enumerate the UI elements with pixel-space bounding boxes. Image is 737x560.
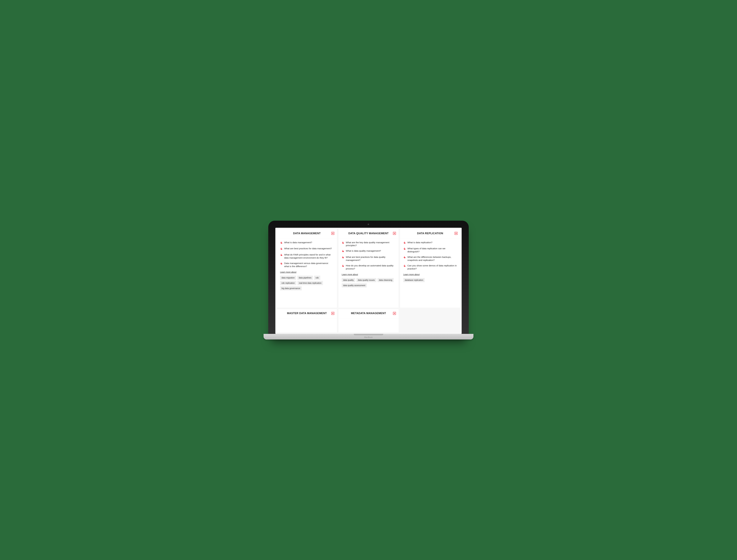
question-text: What types of data replication can we di… (407, 247, 457, 253)
question-link[interactable]: Data management versus data governance: … (280, 262, 334, 268)
screen: DATA MANAGEMENT What is data management?… (275, 228, 462, 334)
question-link[interactable]: How do you develop an automated data qua… (342, 264, 395, 270)
question-link[interactable]: What are best practices for data quality… (342, 256, 395, 262)
question-text: What is data replication? (407, 241, 432, 244)
question-text: What is data management? (284, 241, 312, 244)
pointer-icon (403, 264, 406, 268)
tag[interactable]: cdc (314, 276, 320, 280)
question-link[interactable]: What is data quality management? (342, 249, 395, 253)
tag[interactable]: data pipelines (297, 276, 313, 280)
card-header: METADATA MANAGEMENT (338, 309, 399, 318)
card-title: DATA QUALITY MANAGEMENT (342, 232, 395, 235)
tag-list: database replication (403, 278, 457, 282)
question-text: Data management versus data governance: … (284, 262, 334, 268)
question-link[interactable]: What is data replication? (403, 241, 457, 245)
question-text: What are the differences between backups… (407, 256, 457, 262)
close-icon[interactable] (393, 312, 396, 315)
learn-more-label: Learn more about (280, 271, 334, 273)
pointer-icon (280, 241, 283, 245)
question-link[interactable]: What do FAIR principles stand for and in… (280, 253, 334, 259)
card-metadata-management: METADATA MANAGEMENT (338, 309, 399, 332)
card-title: DATA MANAGEMENT (287, 232, 327, 235)
question-text: How do you develop an automated data qua… (346, 264, 395, 270)
close-icon[interactable] (331, 312, 334, 315)
tag-list: data quality data quality issues data cl… (342, 278, 395, 287)
camera-dot (368, 224, 369, 225)
tag[interactable]: data quality (342, 278, 355, 282)
question-text: What are best practices for data managem… (284, 247, 332, 250)
empty-cell (400, 309, 460, 332)
card-body: What is data replication? What types of … (400, 238, 460, 285)
tag[interactable]: cdc replication (280, 281, 296, 285)
tag[interactable]: data cleansing (377, 278, 394, 282)
laptop-base: MacBook (264, 334, 473, 339)
pointer-icon (403, 241, 406, 245)
close-icon[interactable] (331, 232, 334, 235)
pointer-icon (342, 250, 344, 253)
card-grid: DATA MANAGEMENT What is data management?… (275, 228, 462, 334)
card-body: What are the key data quality management… (338, 238, 399, 291)
card-data-management: DATA MANAGEMENT What is data management?… (277, 229, 337, 308)
card-header: DATA QUALITY MANAGEMENT (338, 229, 399, 238)
tag[interactable]: big data governance (280, 286, 302, 290)
question-link[interactable]: What are the key data quality management… (342, 241, 395, 247)
learn-more-label: Learn more about (403, 273, 457, 276)
question-link[interactable]: What are best practices for data managem… (280, 247, 334, 251)
pointer-icon (403, 247, 406, 251)
question-link[interactable]: What types of data replication can we di… (403, 247, 457, 253)
close-icon[interactable] (455, 232, 458, 235)
tag[interactable]: database replication (403, 278, 425, 282)
pointer-icon (280, 262, 283, 266)
device-brand: MacBook (364, 336, 373, 338)
card-body: What is data management? What are best p… (277, 238, 337, 294)
question-text: What is data quality management? (346, 249, 381, 253)
card-title: MASTER DATA MANAGEMENT (281, 312, 333, 315)
question-link[interactable]: What is data management? (280, 241, 334, 245)
tag[interactable]: data quality assessment (342, 283, 367, 287)
question-text: What do FAIR principles stand for and in… (284, 253, 334, 259)
card-master-data-management: MASTER DATA MANAGEMENT (277, 309, 337, 332)
tag-list: data migration data pipelines cdc cdc re… (280, 276, 334, 290)
pointer-icon (342, 256, 344, 259)
card-title: METADATA MANAGEMENT (344, 312, 393, 315)
tag[interactable]: data migration (280, 276, 296, 280)
pointer-icon (342, 264, 344, 268)
question-text: What are best practices for data quality… (346, 256, 395, 262)
tag[interactable]: real-time data replication (297, 281, 323, 285)
card-data-replication: DATA REPLICATION What is data replicatio… (400, 229, 460, 308)
pointer-icon (342, 241, 344, 245)
learn-more-label: Learn more about (342, 273, 395, 276)
card-title: DATA REPLICATION (411, 232, 450, 235)
pointer-icon (280, 254, 283, 257)
pointer-icon (280, 247, 283, 251)
question-link[interactable]: Can you show some demos of data replicat… (403, 264, 457, 270)
question-text: Can you show some demos of data replicat… (407, 264, 457, 270)
question-text: What are the key data quality management… (346, 241, 395, 247)
close-icon[interactable] (393, 232, 396, 235)
card-data-quality-management: DATA QUALITY MANAGEMENT What are the key… (338, 229, 399, 308)
card-header: MASTER DATA MANAGEMENT (277, 309, 337, 318)
pointer-icon (403, 256, 406, 259)
laptop-frame: DATA MANAGEMENT What is data management?… (268, 221, 469, 339)
card-header: DATA REPLICATION (400, 229, 460, 238)
tag[interactable]: data quality issues (356, 278, 376, 282)
card-header: DATA MANAGEMENT (277, 229, 337, 238)
question-link[interactable]: What are the differences between backups… (403, 256, 457, 262)
